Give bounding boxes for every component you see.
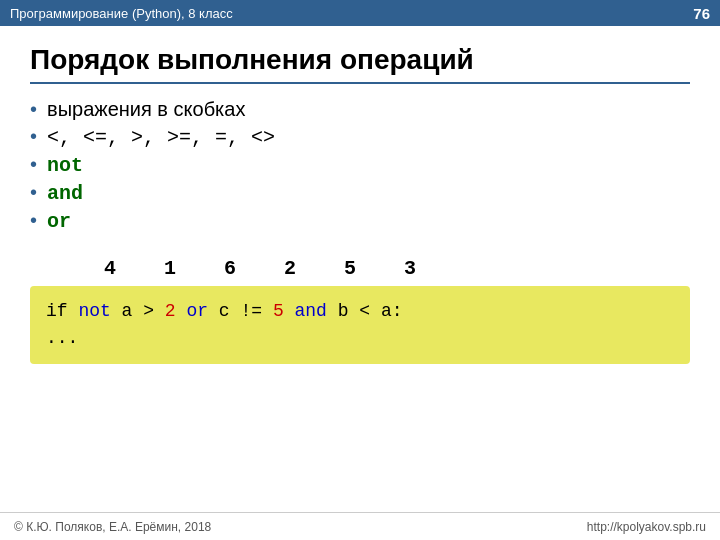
- num-2: 2: [260, 257, 320, 280]
- code-5: 5: [273, 301, 284, 321]
- list-item: not: [30, 153, 690, 177]
- code-block: if not a > 2 or c != 5 and b < a: ...: [30, 286, 690, 364]
- slide-title: Порядок выполнения операций: [30, 44, 690, 84]
- footer: © К.Ю. Поляков, Е.А. Ерёмин, 2018 http:/…: [0, 512, 720, 540]
- bullet-text: выражения в скобках: [47, 98, 245, 121]
- slide-number: 76: [693, 5, 710, 22]
- num-4: 4: [80, 257, 140, 280]
- code-space1: [176, 301, 187, 321]
- code-line-1: if not a > 2 or c != 5 and b < a:: [46, 298, 674, 325]
- code-b-lt-a: b < a:: [327, 301, 403, 321]
- num-1: 1: [140, 257, 200, 280]
- course-title: Программирование (Python), 8 класс: [10, 6, 233, 21]
- code-not: not: [78, 301, 110, 321]
- code-a-gt: a >: [111, 301, 165, 321]
- code-2: 2: [165, 301, 176, 321]
- code-c-neq: c !=: [208, 301, 273, 321]
- list-item: выражения в скобках: [30, 98, 690, 121]
- list-item: <, <=, >, >=, =, <>: [30, 125, 690, 149]
- top-bar: Программирование (Python), 8 класс 76: [0, 0, 720, 26]
- bullet-keyword-not: not: [47, 154, 83, 177]
- num-6: 6: [200, 257, 260, 280]
- page-container: Программирование (Python), 8 класс 76 По…: [0, 0, 720, 540]
- code-or: or: [186, 301, 208, 321]
- list-item: and: [30, 181, 690, 205]
- num-5: 5: [320, 257, 380, 280]
- num-3: 3: [380, 257, 440, 280]
- code-space2: [284, 301, 295, 321]
- footer-right: http://kpolyakov.spb.ru: [587, 520, 706, 534]
- slide-content: Порядок выполнения операций выражения в …: [0, 26, 720, 512]
- numbers-row: 4 1 6 2 5 3: [80, 257, 690, 280]
- bullet-list: выражения в скобках <, <=, >, >=, =, <> …: [30, 98, 690, 237]
- bullet-keyword-or: or: [47, 210, 71, 233]
- code-line-2: ...: [46, 325, 674, 352]
- footer-left: © К.Ю. Поляков, Е.А. Ерёмин, 2018: [14, 520, 211, 534]
- list-item: or: [30, 209, 690, 233]
- code-if: if: [46, 301, 78, 321]
- bullet-operators: <, <=, >, >=, =, <>: [47, 126, 275, 149]
- bullet-keyword-and: and: [47, 182, 83, 205]
- code-and: and: [295, 301, 327, 321]
